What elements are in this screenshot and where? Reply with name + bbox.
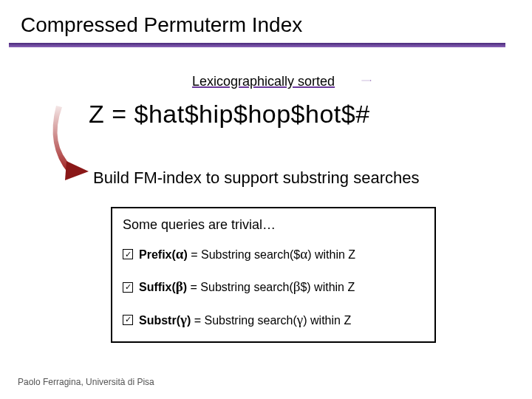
query-rest: = Substring search(β$) within Z [187, 281, 355, 293]
checkbox-icon: ✓ [123, 249, 133, 259]
lex-arrow-icon [337, 80, 396, 81]
query-item-substr: ✓ Substr(γ) = Substring search(γ) within… [123, 309, 427, 331]
lex-sorted-label: Lexicographically sorted [192, 74, 335, 89]
query-item-prefix: ✓ Prefix(α) = Substring search($α) withi… [123, 243, 427, 265]
query-text: Substr(γ) = Substring search(γ) within Z [139, 309, 351, 331]
svg-marker-1 [370, 80, 372, 81]
query-text: Suffix(β) = Substring search(β$) within … [139, 276, 355, 298]
title-underline [9, 43, 505, 47]
checkbox-icon: ✓ [123, 315, 133, 325]
queries-box-title: Some queries are trivial… [123, 217, 427, 233]
query-rest: = Substring search($α) within Z [188, 248, 355, 261]
svg-marker-2 [65, 161, 89, 180]
query-item-suffix: ✓ Suffix(β) = Substring search(β$) withi… [123, 276, 427, 298]
query-text: Prefix(α) = Substring search($α) within … [139, 243, 355, 265]
slide-title: Compressed Permuterm Index [0, 13, 532, 41]
slide: Compressed Permuterm Index Lexicographic… [0, 0, 532, 399]
build-fm-index-line: Build FM-index to support substring sear… [93, 168, 419, 188]
curved-arrow-icon [46, 103, 98, 185]
checkbox-icon: ✓ [123, 282, 133, 293]
query-rest: = Substring search(γ) within Z [191, 314, 351, 327]
queries-box: Some queries are trivial… ✓ Prefix(α) = … [111, 207, 436, 343]
footer-credit: Paolo Ferragina, Università di Pisa [18, 377, 154, 387]
z-expression: Z = $hat$hip$hop$hot$# [89, 100, 370, 129]
